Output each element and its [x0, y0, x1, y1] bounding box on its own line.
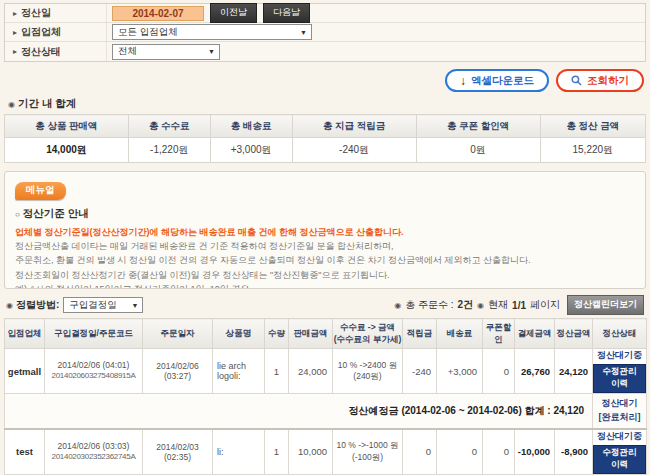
orders-header-row: 입점업체 구입결정일/주문코드 주문일자 상품명 수량 판매금액 수수료 -> … [5, 319, 647, 349]
col-decision-date: 구입결정일/주문코드 [45, 319, 143, 349]
chevron-down-icon: ▼ [131, 302, 138, 309]
filter-row-status: ▸ 정산상태 전체 ▼ [5, 42, 645, 61]
list-meta: ◉ 총 주문수 : 2건 ◉ 현재 1/1 페이지 정산캘린더보기 [394, 295, 644, 315]
settlement-date-input[interactable]: 2014-02-07 [112, 6, 204, 21]
notice-title: ○ 정산기준 안내 [15, 207, 635, 221]
label-arrow-icon: ▸ [13, 28, 17, 37]
status-text: 정산대기중 [597, 431, 642, 441]
edit-history-button[interactable]: 수정관리이력 [593, 364, 646, 393]
summary-title: ◉ 기간 내 합계 [8, 97, 642, 111]
col-shipping: 배송료 [437, 319, 483, 349]
coupon-cell: 0 [483, 349, 515, 394]
sale-cell: 10,000 [289, 429, 333, 475]
summary-col-shipping: 총 배송료 [210, 115, 292, 138]
summary-table: 총 상품 판매액 총 수수료 총 배송료 총 지급 적립금 총 쿠폰 할인액 총… [4, 114, 646, 163]
col-settlement: 정산금액 [555, 319, 593, 349]
filter-form: ▸ 정산일 2014-02-07 이전날 다음날 ▸ 입점업체 모든 입점업체 … [4, 3, 646, 62]
status-cell: 정산대기중 수정관리이력 [593, 429, 647, 475]
order-row: test 2014/02/06 (03:03) 2014020302352362… [5, 429, 647, 475]
chevron-down-icon: ▼ [208, 48, 215, 55]
sort-select-value: 구입결정일 [69, 299, 117, 312]
list-controls: ◉ 정렬방법: 구입결정일 ▼ ◉ 총 주문수 : 2건 ◉ 현재 1/1 페이… [6, 295, 644, 315]
label-arrow-icon: ▸ [13, 9, 17, 18]
search-button[interactable]: 조회하기 [556, 69, 644, 92]
order-code: 2014020603275408915A [45, 371, 142, 381]
summary-col-coupon: 총 쿠폰 할인액 [416, 115, 540, 138]
notice-highlight: 업체별 정산기준일(정산산정기간)에 해당하는 배송완료 매출 건에 한해 정산… [15, 226, 635, 239]
col-sale: 판매금액 [289, 319, 333, 349]
col-coupon: 쿠폰할인 [483, 319, 515, 349]
bullet-icon: ◉ [6, 301, 13, 310]
manual-badge: 메뉴얼 [15, 182, 66, 200]
status-select[interactable]: 전체 ▼ [112, 44, 220, 60]
subtotal-status: 정산대기 [완료처리] [593, 394, 647, 429]
points-cell: 0 [403, 429, 437, 475]
settlement-notice-box: 메뉴얼 ○ 정산기준 안내 업체별 정산기준일(정산산정기간)에 해당하는 배송… [4, 171, 646, 289]
prev-day-button[interactable]: 이전날 [210, 3, 257, 23]
order-row: getmall 2014/02/06 (04:01) 2014020603275… [5, 349, 647, 394]
ring-bullet-icon: ○ [15, 210, 20, 219]
summary-col-sales: 총 상품 판매액 [5, 115, 129, 138]
col-qty: 수량 [265, 319, 289, 349]
coupon-cell: 0 [483, 429, 515, 475]
search-label: 조회하기 [587, 74, 629, 88]
vendor-cell: getmall [5, 349, 45, 394]
summary-val-coupon: 0원 [416, 138, 540, 163]
settlement-calendar-button[interactable]: 정산캘린더보기 [567, 295, 644, 315]
page-prefix: 현재 [488, 298, 508, 312]
notice-line: 정산조회일이 정산산정기간 중(결산일 이전)일 경우 정산상태는 "정산진행중… [15, 268, 635, 282]
bullet-icon: ◉ [477, 301, 484, 310]
vendor-label: ▸ 입점업체 [5, 23, 107, 41]
status-label-text: 정산상태 [21, 45, 61, 59]
decision-date-cell: 2014/02/06 (04:01) 2014020603275408915A [45, 349, 143, 394]
subtotal-row: 정산예정금 (2014-02-06 ~ 2014-02-06) 합계 : 24,… [5, 394, 647, 429]
fee-cell: 10 % ->2400 원 (240원) [333, 349, 403, 394]
qty-cell: 1 [265, 429, 289, 475]
shipping-cell: 0 [437, 429, 483, 475]
filter-row-date: ▸ 정산일 2014-02-07 이전날 다음날 [5, 4, 645, 23]
product-cell: li: [213, 429, 265, 475]
summary-col-settlement: 총 정산 금액 [540, 115, 645, 138]
vendor-select[interactable]: 모든 입점업체 ▼ [112, 24, 312, 40]
status-select-value: 전체 [118, 45, 137, 58]
next-day-button[interactable]: 다음날 [263, 3, 310, 23]
order-date-cell: 2014/02/06 (03:27) [143, 349, 213, 394]
settlement-cell: 24,120 [555, 349, 593, 394]
subtotal-text: 정산예정금 (2014-02-06 ~ 2014-02-06) 합계 : 24,… [5, 394, 593, 429]
vendor-select-value: 모든 입점업체 [118, 26, 178, 39]
total-orders-value: 2건 [458, 298, 474, 312]
label-arrow-icon: ▸ [13, 47, 17, 56]
order-code: 2014020302352362745A [45, 452, 142, 462]
settlement-cell: -8,900 [555, 429, 593, 475]
sort-select[interactable]: 구입결정일 ▼ [63, 297, 143, 313]
shipping-cell: +3,000 [437, 349, 483, 394]
summary-value-row: 14,000원 -1,220원 +3,000원 -240원 0원 15,220원 [5, 138, 646, 163]
vendor-label-text: 입점업체 [21, 25, 61, 39]
points-cell: -240 [403, 349, 437, 394]
chevron-down-icon: ▼ [300, 29, 307, 36]
notice-line: 예) A사의 정산일이 15일이고 정산기준일이 1일~10일 경우 [15, 282, 635, 289]
status-cell: 정산대기중 수정관리이력 [593, 349, 647, 394]
excel-download-button[interactable]: ↓ 엑셀다운로드 [445, 69, 549, 92]
search-icon [571, 75, 582, 86]
notice-line: 주문취소, 환불 건의 발생 시 정산일 이전 건의 경우 자동으로 산출되며 … [15, 253, 635, 267]
summary-val-shipping: +3,000원 [210, 138, 292, 163]
qty-cell: 1 [265, 349, 289, 394]
excel-download-label: 엑셀다운로드 [471, 74, 534, 88]
col-vendor: 입점업체 [5, 319, 45, 349]
bullet-icon: ◉ [394, 301, 401, 310]
summary-val-fee: -1,220원 [128, 138, 210, 163]
decision-date: 2014/02/06 (03:03) [58, 441, 130, 451]
date-label-text: 정산일 [21, 6, 51, 20]
summary-val-settlement: 15,220원 [540, 138, 645, 163]
payment-cell: -10,000 [515, 429, 555, 475]
date-field: 2014-02-07 이전날 다음날 [107, 3, 645, 23]
edit-history-button[interactable]: 수정관리이력 [593, 445, 646, 474]
summary-col-points: 총 지급 적립금 [292, 115, 416, 138]
summary-val-points: -240원 [292, 138, 416, 163]
status-text: 정산대기중 [597, 350, 642, 360]
download-arrow-icon: ↓ [460, 74, 466, 88]
col-points: 적립금 [403, 319, 437, 349]
col-product: 상품명 [213, 319, 265, 349]
page-indicator: 1/1 [512, 300, 526, 311]
